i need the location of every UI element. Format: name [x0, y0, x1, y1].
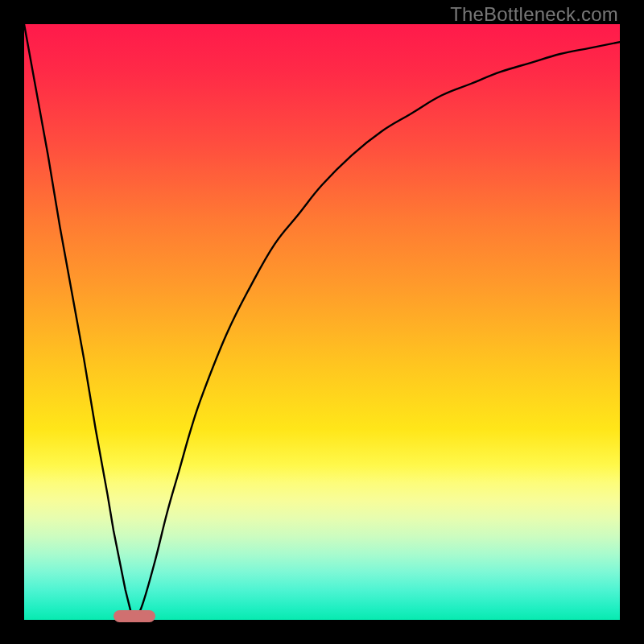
bottleneck-curve	[24, 24, 620, 615]
watermark: TheBottleneck.com	[450, 3, 618, 26]
plot-area	[24, 24, 620, 620]
chart-frame: TheBottleneck.com	[0, 0, 644, 644]
curve-svg	[24, 24, 620, 620]
minimum-marker	[114, 610, 155, 622]
